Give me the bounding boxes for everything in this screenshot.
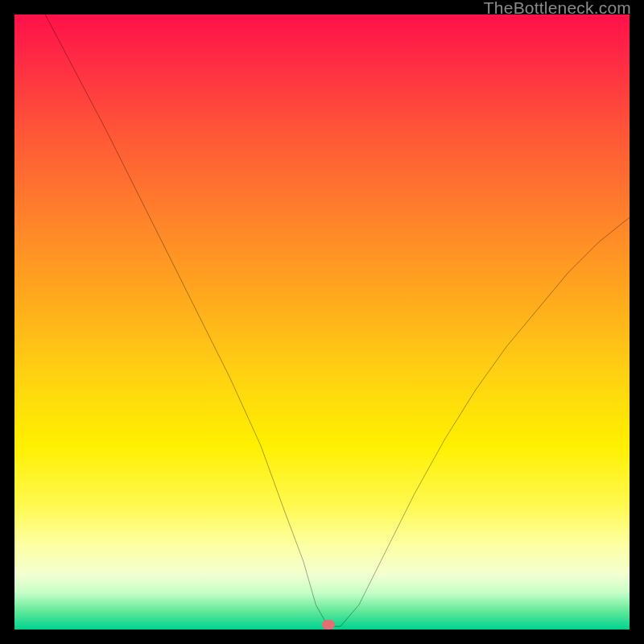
watermark-text: TheBottleneck.com (484, 0, 631, 18)
chart-container: TheBottleneck.com (0, 0, 644, 644)
bottleneck-curve (45, 14, 630, 626)
current-point-marker (322, 620, 335, 630)
curve-layer (14, 14, 630, 630)
